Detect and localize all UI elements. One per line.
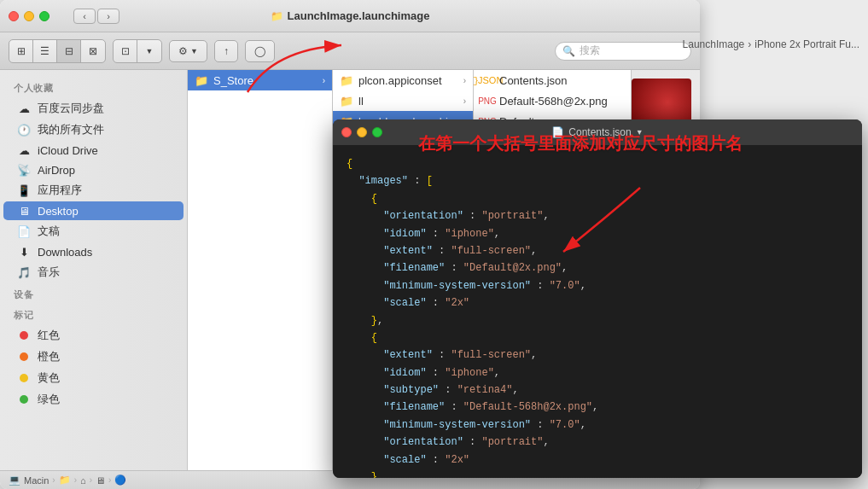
sidebar-item-label: 红色 — [38, 328, 60, 343]
icloud-icon: ☁ — [17, 143, 31, 157]
back-button[interactable]: ‹ — [73, 9, 96, 24]
sidebar: 个人收藏 ☁ 百度云同步盘 🕐 我的所有文件 ☁ iCloud Drive 📡 … — [0, 70, 188, 470]
arrow-icon: › — [463, 96, 466, 106]
yellow-tag-icon — [17, 371, 31, 385]
finder-titlebar: ‹ › 📁 LaunchImage.launchimage — [0, 0, 700, 32]
green-tag-icon — [17, 393, 31, 406]
arrow-icon: › — [463, 76, 466, 85]
folder-icon: 📁 — [340, 73, 353, 87]
col2-item-label: plcon.appiconset — [358, 74, 442, 87]
svg-point-3 — [20, 395, 28, 404]
breadcrumb-home[interactable]: ⌂ — [80, 475, 86, 486]
json-close-button[interactable] — [341, 127, 352, 137]
home-icon: ⌂ — [80, 475, 86, 486]
sidebar-item-label: AirDrop — [38, 164, 75, 177]
breadcrumb-label: LaunchImage — [683, 38, 745, 50]
sidebar-item-label: 我的所有文件 — [38, 122, 104, 137]
col3-item-contents-json[interactable]: {}JSON Contents.json — [474, 70, 631, 90]
json-window: 📄 Contents.json ▼ { "images" : [ { "orie… — [333, 119, 862, 478]
sidebar-item-label: Downloads — [38, 246, 92, 259]
sidebar-item-label: 音乐 — [38, 265, 60, 280]
minimize-button[interactable] — [24, 11, 34, 21]
col3-item-label: Default-568h@2x.png — [499, 95, 608, 108]
json-window-title: 📄 Contents.json ▼ — [551, 126, 643, 138]
finder-toolbar: ⊞ ☰ ⊟ ⊠ ⊡ ▼ ⚙ ▼ ↑ ◯ 🔍 搜索 — [0, 32, 700, 70]
sidebar-item-orange-tag[interactable]: 橙色 — [3, 346, 184, 367]
breadcrumb-launchimage[interactable]: 🔵 — [114, 474, 126, 486]
nav-buttons: ‹ › — [73, 9, 119, 24]
close-button[interactable] — [9, 11, 19, 21]
action-btn[interactable]: ⚙ ▼ — [169, 40, 207, 62]
json-maximize-button[interactable] — [372, 127, 382, 137]
docs-icon: 📄 — [17, 224, 31, 238]
sidebar-item-red-tag[interactable]: 红色 — [3, 325, 184, 346]
col1-item-s-store[interactable]: 📁 S_Store › — [188, 70, 332, 90]
window-title: 📁 LaunchImage.launchimage — [271, 9, 430, 22]
traffic-lights — [9, 11, 50, 21]
maximize-button[interactable] — [39, 11, 50, 21]
breadcrumb-separator: › — [74, 475, 77, 485]
sidebar-item-label: 绿色 — [38, 392, 60, 407]
sidebar-item-label: Desktop — [38, 205, 79, 218]
sidebar-item-desktop[interactable]: 🖥 Desktop — [3, 201, 184, 220]
orange-tag-icon — [17, 350, 31, 364]
coverflow-view-btn[interactable]: ⊠ — [81, 40, 105, 62]
col3-item-label: Contents.json — [499, 74, 568, 87]
json-minimize-button[interactable] — [357, 127, 367, 137]
breadcrumb-icon: 💻 — [9, 474, 20, 486]
col2-item-ll[interactable]: 📁 ll › — [333, 90, 473, 111]
col2-item-appiconset[interactable]: 📁 plcon.appiconset › — [333, 70, 473, 90]
sidebar-item-myfiles[interactable]: 🕐 我的所有文件 — [3, 119, 184, 140]
search-box[interactable]: 🔍 搜索 — [555, 42, 691, 61]
action-dropdown-icon: ▼ — [190, 47, 198, 55]
json-titlebar: 📄 Contents.json ▼ — [333, 119, 862, 145]
breadcrumb-folder1[interactable]: 📁 — [59, 474, 71, 486]
gear-icon: ⚙ — [178, 45, 188, 57]
png-file-icon: PNG — [481, 94, 494, 108]
sidebar-item-green-tag[interactable]: 绿色 — [3, 389, 184, 410]
folder-icon: 📁 — [340, 94, 353, 108]
icon-view-btn[interactable]: ⊞ — [9, 40, 33, 62]
col1-item-label: S_Store — [213, 74, 253, 87]
red-tag-icon — [17, 329, 31, 342]
dropdown-icon: ▼ — [636, 128, 644, 137]
forward-button[interactable]: › — [97, 9, 119, 24]
sidebar-item-label: 百度云同步盘 — [38, 101, 104, 116]
breadcrumb-icon: 📁 — [59, 474, 71, 486]
sidebar-item-airdrop[interactable]: 📡 AirDrop — [3, 160, 184, 179]
json-traffic-lights — [341, 127, 382, 137]
svg-point-2 — [20, 374, 28, 382]
apps-icon: 📱 — [17, 183, 31, 197]
cloud-icon: ☁ — [17, 102, 31, 115]
list-view-btn[interactable]: ☰ — [33, 40, 57, 62]
breadcrumb-macin[interactable]: 💻 Macin — [9, 474, 49, 486]
sidebar-item-yellow-tag[interactable]: 黄色 — [3, 368, 184, 388]
sidebar-item-downloads[interactable]: ⬇ Downloads — [3, 242, 184, 261]
sidebar-item-docs[interactable]: 📄 文稿 — [3, 221, 184, 242]
airdrop-icon: 📡 — [17, 163, 31, 177]
arrange-dropdown-btn[interactable]: ▼ — [137, 40, 161, 62]
sidebar-item-label: 应用程序 — [38, 183, 82, 198]
svg-point-1 — [20, 352, 28, 361]
desktop-icon: 🖥 — [17, 204, 31, 218]
tag-btn[interactable]: ◯ — [245, 40, 275, 62]
breadcrumb-separator: › — [52, 475, 55, 485]
breadcrumb-label: Macin — [24, 475, 49, 486]
sidebar-item-label: 橙色 — [38, 349, 60, 364]
column-1: 📁 S_Store › — [188, 70, 333, 470]
breadcrumb-separator: › — [108, 475, 111, 485]
desktop-icon: 🖥 — [96, 475, 105, 486]
folder-icon: 📁 — [195, 73, 208, 87]
sidebar-item-music[interactable]: 🎵 音乐 — [3, 262, 184, 282]
breadcrumb-desktop[interactable]: 🖥 — [96, 475, 105, 486]
sidebar-item-icloud[interactable]: ☁ iCloud Drive — [3, 141, 184, 160]
sidebar-item-baidu[interactable]: ☁ 百度云同步盘 — [3, 98, 184, 119]
arrange-btn[interactable]: ⊡ — [114, 40, 137, 62]
json-body: { "images" : [ { "orientation" : "portra… — [333, 145, 862, 478]
favorites-section-label: 个人收藏 — [0, 77, 187, 97]
column-view-btn[interactable]: ⊟ — [57, 40, 81, 62]
downloads-icon: ⬇ — [17, 245, 31, 259]
col3-item-default-568h[interactable]: PNG Default-568h@2x.png — [474, 90, 631, 111]
share-btn[interactable]: ↑ — [214, 40, 238, 62]
sidebar-item-apps[interactable]: 📱 应用程序 — [3, 180, 184, 201]
